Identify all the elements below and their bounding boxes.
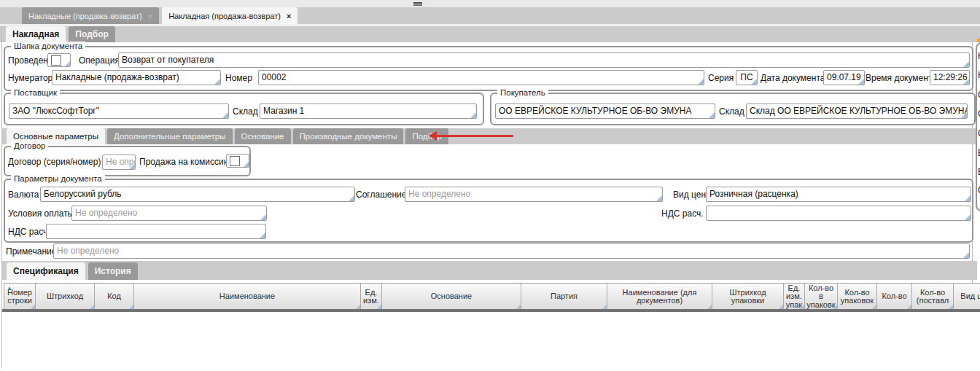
buyer-warehouse-label: Склад — [719, 106, 744, 117]
number-label: Номер — [225, 73, 252, 83]
fieldset-contract: Договор Договор (серия/номер) Не опред П… — [4, 146, 251, 176]
doc-time-input[interactable]: 12:29:26 — [930, 70, 970, 85]
commission-label: Продажа на комиссию — [139, 157, 230, 167]
doc-tabbar: Накладная Подбор — [0, 26, 980, 42]
contract-number-label: Договор (серия/номер) — [8, 157, 101, 167]
column-label: Кол-во в упаковк — [806, 284, 835, 310]
commission-checkbox[interactable] — [226, 154, 249, 168]
price-type-label: Вид цен — [673, 190, 706, 200]
note-input[interactable]: Не определено — [53, 243, 970, 259]
series-label: Серия — [708, 73, 734, 83]
note-label: Примечание — [6, 246, 56, 257]
fieldset-doc-params: Параметры документа Валюта Белорусский р… — [4, 179, 973, 243]
checkbox-box — [230, 156, 240, 166]
tab-specification[interactable]: Спецификация — [7, 262, 85, 280]
doc-time-label: Время документа — [866, 73, 937, 83]
column-label: Ед. изм. — [363, 289, 379, 305]
panel-left-border — [1, 26, 2, 368]
number-input[interactable]: 00002 — [258, 70, 704, 85]
tab-osnovanie[interactable]: Основание — [235, 128, 291, 144]
right-clipped-panel: Н Н С С С В В С — [974, 36, 980, 226]
numerator-input[interactable]: Накладные (продажа-возврат) — [52, 70, 221, 85]
column-header-code[interactable]: Код — [95, 284, 134, 310]
tab-label: Основные параметры — [13, 132, 98, 141]
close-icon[interactable]: × — [148, 12, 152, 20]
tab-label: Основание — [241, 132, 284, 141]
agreement-input[interactable]: Не определено — [405, 187, 663, 202]
vat-right-input[interactable] — [706, 206, 971, 221]
doc-date-label: Дата документа — [761, 73, 825, 83]
vat-left-label: НДС расч. — [8, 227, 50, 237]
column-header-qty-in-pack[interactable]: Кол-во в упаковк — [805, 284, 838, 310]
close-icon[interactable]: × — [287, 12, 291, 20]
column-label: Штрихкод — [47, 292, 83, 301]
doc-date-input[interactable]: 09.07.19 — [823, 70, 865, 85]
payment-terms-input[interactable]: Не определено — [71, 206, 267, 221]
grip-menu-icon[interactable] — [413, 2, 422, 4]
payment-terms-label: Условия оплаты — [8, 208, 74, 219]
sort-asc-icon[interactable]: ▲ — [7, 286, 12, 292]
tab-additional-params[interactable]: Дополнительные параметры — [107, 128, 233, 144]
tab-nakladnaya[interactable]: Накладная — [6, 26, 66, 42]
fieldset-legend: Договор — [11, 141, 48, 150]
fieldset-legend: Шапка документа — [11, 42, 85, 50]
column-header-batch[interactable]: Партия — [521, 284, 607, 310]
column-header-name-for-docs[interactable]: Наименование (для документов) — [607, 284, 712, 310]
column-header-pack-unit[interactable]: Ед. изм. упак — [784, 284, 805, 310]
fieldset-legend: Параметры документа — [11, 174, 105, 183]
app-window: Накладные (продажа-возврат) × Накладная … — [0, 0, 980, 371]
tab-label: Накладная — [12, 29, 59, 39]
column-header-pack-qty[interactable]: Кол-во упаковок — [838, 284, 877, 310]
contract-number-input[interactable]: Не опред — [102, 155, 136, 170]
tab-label: История — [95, 266, 131, 276]
column-header-unit[interactable]: Ед. изм. — [361, 284, 382, 310]
tab-derived-docs[interactable]: Производные документы — [293, 128, 404, 144]
column-header-price-type[interactable]: Вид цен — [954, 284, 980, 310]
column-label: Кол-во (поставл — [917, 289, 949, 305]
column-label: Основание — [431, 292, 472, 301]
tab-label: Подбор — [75, 29, 109, 39]
vat-left-input[interactable] — [46, 224, 266, 239]
tab-history[interactable]: История — [88, 262, 138, 280]
proveden-checkbox[interactable] — [47, 53, 71, 67]
clipped-legend-fragment — [977, 39, 980, 42]
buyer-input[interactable]: ОО ЕВРЕЙСКОЕ КУЛЬТУРНОЕ ОБ-ВО ЭМУНА — [495, 104, 715, 119]
fieldset-legend: Покупатель — [497, 88, 548, 97]
supplier-warehouse-label: Склад — [233, 106, 258, 117]
supplier-warehouse-input[interactable]: Магазин 1 — [260, 104, 477, 119]
tab-label: Спецификация — [13, 266, 79, 276]
red-arrow-annotation — [429, 131, 513, 141]
red-arrow-shaft — [435, 135, 513, 137]
supplier-input[interactable]: ЗАО "ЛюксСофтТорг" — [9, 104, 229, 119]
checkbox-box — [51, 55, 61, 66]
fieldset-supplier: Поставщик ЗАО "ЛюксСофтТорг" Склад Магаз… — [4, 93, 484, 125]
column-header-qty[interactable]: Кол-во — [877, 284, 912, 310]
spec-table-header: ▲ Номер строки Штрихкод Код Наименование… — [4, 283, 980, 310]
column-label: Кол-во — [882, 292, 906, 301]
red-arrow-head — [429, 131, 437, 141]
window-tab-nakladnaya-doc[interactable]: Накладная (продажа-возврат) × — [162, 7, 298, 24]
column-header-row-number[interactable]: ▲ Номер строки — [4, 284, 36, 310]
window-tab-label: Накладная (продажа-возврат) — [168, 12, 281, 20]
column-label: Код — [107, 292, 121, 301]
currency-input[interactable]: Белорусский рубль — [40, 187, 355, 202]
operation-input[interactable]: Возврат от покупателя — [118, 52, 970, 68]
fieldset-buyer: Покупатель ОО ЕВРЕЙСКОЕ КУЛЬТУРНОЕ ОБ-ВО… — [490, 93, 976, 125]
tab-label: Производные документы — [300, 132, 397, 141]
column-label: Штрихкод упаковки — [729, 289, 766, 305]
column-header-barcode[interactable]: Штрихкод — [36, 284, 95, 310]
vat-right-label: НДС расч. — [661, 208, 704, 219]
column-header-basis[interactable]: Основание — [382, 284, 521, 310]
series-input[interactable]: ПС — [736, 70, 758, 85]
proveden-label: Проведен — [8, 55, 48, 66]
price-type-input[interactable]: Розничная (расценка) — [706, 187, 971, 202]
column-label: Наименование (для документов) — [623, 289, 697, 305]
buyer-warehouse-input[interactable]: Склад ОО ЕВРЕЙСКОЕ КУЛЬТУРНОЕ ОБ-ВО ЭМУН… — [746, 104, 968, 119]
column-label: Ед. изм. упак — [786, 284, 802, 310]
column-header-name[interactable]: Наименование — [134, 284, 361, 310]
window-tab-nakladnye-list[interactable]: Накладные (продажа-возврат) × — [22, 7, 159, 24]
column-header-pack-barcode[interactable]: Штрихкод упаковки — [712, 284, 784, 310]
fieldset-doc-header: Шапка документа Проведен Операция Возвра… — [4, 46, 973, 91]
tab-podbor-top[interactable]: Подбор — [69, 26, 115, 42]
column-header-qty-supplied[interactable]: Кол-во (поставл — [912, 284, 954, 310]
